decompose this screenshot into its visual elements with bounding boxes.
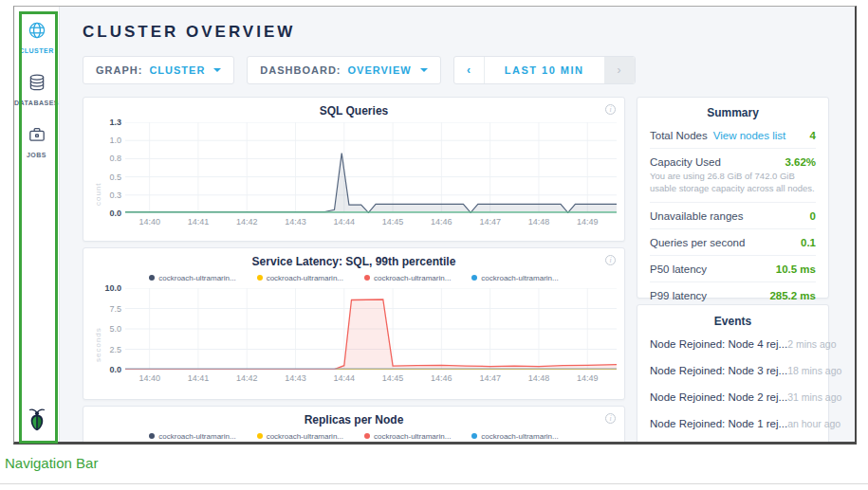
legend-item: cockroach-ultramarin... bbox=[149, 272, 235, 283]
legend-label: cockroach-ultramarin... bbox=[158, 432, 235, 441]
summary-value: 0.1 bbox=[801, 237, 816, 248]
sidebar-item-cluster[interactable]: CLUSTER bbox=[19, 21, 54, 54]
y-tick-label: 0.5 bbox=[99, 172, 121, 182]
legend-label: cockroach-ultramarin... bbox=[158, 274, 235, 282]
legend-label: cockroach-ultramarin... bbox=[481, 274, 558, 282]
x-tick-label: 14:42 bbox=[236, 373, 258, 383]
capacity-subtext: You are using 26.8 GiB of 742.0 GiB usab… bbox=[650, 171, 816, 195]
summary-row-unavailable-ranges: Unavailable ranges 0 bbox=[650, 203, 816, 229]
x-tick-label: 14:45 bbox=[382, 217, 404, 227]
events-panel: Events Node Rejoined: Node 4 rej... 2 mi… bbox=[637, 304, 829, 442]
info-icon[interactable]: i bbox=[605, 413, 616, 424]
cockroachdb-logo[interactable] bbox=[26, 408, 47, 435]
legend-item: cockroach-ultramarin... bbox=[257, 272, 343, 283]
time-prev-button[interactable]: ‹ bbox=[454, 57, 485, 83]
graph-dropdown[interactable]: GRAPH: CLUSTER bbox=[83, 56, 234, 84]
event-text: Node Rejoined: Node 2 rej... bbox=[650, 391, 787, 403]
event-time: 18 mins ago bbox=[787, 365, 841, 376]
x-tick-label: 14:47 bbox=[479, 217, 501, 227]
graph-dropdown-label: GRAPH: bbox=[96, 64, 142, 76]
summary-value: 3.62% bbox=[785, 156, 816, 168]
plot-area: seconds 0.02.55.07.510.0 14:4014:4114:42… bbox=[91, 288, 617, 385]
dashboard-dropdown[interactable]: DASHBOARD: OVERVIEW bbox=[247, 56, 440, 84]
legend-label: cockroach-ultramarin... bbox=[374, 274, 451, 282]
event-text: Node Rejoined: Node 4 rej... bbox=[650, 338, 787, 350]
legend-dot-icon bbox=[257, 433, 263, 439]
sidebar-item-label: CLUSTER bbox=[19, 47, 54, 54]
y-tick-label: 0.8 bbox=[99, 154, 121, 163]
legend-item: cockroach-ultramarin... bbox=[471, 430, 558, 442]
x-axis-ticks: 14:4014:4114:4214:4314:4414:4514:4614:47… bbox=[125, 370, 617, 385]
chevron-down-icon bbox=[213, 68, 221, 72]
info-icon[interactable]: i bbox=[605, 104, 616, 115]
time-range-picker: ‹ LAST 10 MIN › bbox=[453, 56, 636, 84]
event-time: an hour ago bbox=[787, 418, 840, 429]
x-tick-label: 14:44 bbox=[334, 217, 356, 227]
chart-canvas-sql-queries[interactable] bbox=[125, 122, 617, 213]
summary-label: Total Nodes bbox=[650, 130, 708, 141]
sidebar-item-jobs[interactable]: JOBS bbox=[27, 125, 46, 158]
legend-dot-icon bbox=[257, 275, 263, 281]
sidebar-item-label: DATABASES bbox=[14, 100, 59, 106]
chart-legend: cockroach-ultramarin...cockroach-ultrama… bbox=[91, 272, 617, 283]
time-next-button[interactable]: › bbox=[604, 57, 635, 83]
view-nodes-list-link[interactable]: View nodes list bbox=[713, 130, 786, 141]
y-tick-label: 1.3 bbox=[99, 118, 121, 127]
page: CLUSTER DATABASES bbox=[0, 0, 868, 490]
summary-row-total-nodes: Total Nodes View nodes list 4 bbox=[650, 122, 816, 149]
x-tick-label: 14:44 bbox=[334, 373, 356, 383]
y-tick-label: 0.0 bbox=[99, 365, 121, 374]
event-text: Node Rejoined: Node 1 rej... bbox=[650, 418, 787, 429]
chart-title: SQL Queries bbox=[91, 104, 617, 118]
chart-canvas-service-latency[interactable] bbox=[125, 288, 617, 370]
time-range-button[interactable]: LAST 10 MIN bbox=[485, 57, 604, 83]
legend-item: cockroach-ultramarin... bbox=[364, 272, 451, 283]
x-tick-label: 14:41 bbox=[188, 373, 210, 383]
summary-row-capacity: Capacity Used 3.62% You are using 26.8 G… bbox=[650, 149, 816, 203]
y-tick-label: 0.3 bbox=[99, 191, 121, 200]
event-row[interactable]: Node Rejoined: Node 3 rej... 18 mins ago bbox=[650, 357, 816, 384]
dashboard-dropdown-label: DASHBOARD: bbox=[260, 64, 341, 76]
summary-row-p50: P50 latency 10.5 ms bbox=[650, 256, 816, 282]
events-title: Events bbox=[650, 315, 816, 328]
legend-dot-icon bbox=[471, 275, 477, 281]
x-tick-label: 14:40 bbox=[139, 217, 160, 227]
info-icon[interactable]: i bbox=[605, 255, 616, 265]
y-tick-label: 1.0 bbox=[99, 136, 121, 145]
sidebar-item-label: JOBS bbox=[27, 152, 46, 158]
annotation-label: Navigation Bar bbox=[5, 455, 98, 471]
event-row[interactable]: Node Rejoined: Node 2 rej... 31 mins ago bbox=[650, 384, 816, 410]
summary-label: Queries per second bbox=[650, 237, 745, 248]
legend-item: cockroach-ultramarin... bbox=[364, 430, 451, 442]
x-axis-ticks: 14:4014:4114:4214:4314:4414:4514:4614:47… bbox=[125, 213, 617, 228]
x-tick-label: 14:43 bbox=[285, 373, 306, 383]
chart-legend: cockroach-ultramarin...cockroach-ultrama… bbox=[91, 430, 617, 442]
legend-label: cockroach-ultramarin... bbox=[374, 432, 451, 441]
chart-title: Service Latency: SQL, 99th percentile bbox=[91, 255, 617, 268]
summary-value: 0 bbox=[810, 210, 816, 222]
x-tick-label: 14:48 bbox=[528, 217, 550, 227]
summary-row-qps: Queries per second 0.1 bbox=[650, 229, 816, 256]
y-tick-label: 7.5 bbox=[99, 304, 121, 314]
charts-column: SQL Queries i count 0.00.30.50.81.01.3 1… bbox=[83, 97, 625, 442]
event-row[interactable]: Node Rejoined: Node 4 rej... an hour ago bbox=[650, 437, 816, 442]
event-time: 2 mins ago bbox=[787, 338, 836, 350]
event-text: Node Rejoined: Node 3 rej... bbox=[650, 365, 787, 376]
legend-item: cockroach-ultramarin... bbox=[257, 430, 343, 442]
summary-value: 285.2 ms bbox=[769, 290, 816, 301]
chart-card-replicas-per-node: Replicas per Node i cockroach-ultramarin… bbox=[83, 406, 625, 442]
page-bottom-divider bbox=[0, 483, 868, 484]
y-tick-label: 5.0 bbox=[99, 324, 121, 334]
y-tick-label: 10.0 bbox=[99, 283, 121, 293]
summary-label: P50 latency bbox=[650, 263, 707, 275]
sidebar-item-databases[interactable]: DATABASES bbox=[14, 73, 59, 106]
summary-label: Unavailable ranges bbox=[650, 210, 743, 222]
app-window: CLUSTER DATABASES bbox=[13, 6, 857, 445]
event-row[interactable]: Node Rejoined: Node 1 rej... an hour ago bbox=[650, 410, 816, 437]
event-row[interactable]: Node Rejoined: Node 4 rej... 2 mins ago bbox=[650, 331, 816, 357]
legend-label: cockroach-ultramarin... bbox=[481, 432, 558, 441]
x-tick-label: 14:48 bbox=[528, 373, 550, 383]
legend-label: cockroach-ultramarin... bbox=[267, 432, 343, 441]
legend-dot-icon bbox=[364, 433, 370, 439]
x-tick-label: 14:49 bbox=[577, 373, 599, 383]
